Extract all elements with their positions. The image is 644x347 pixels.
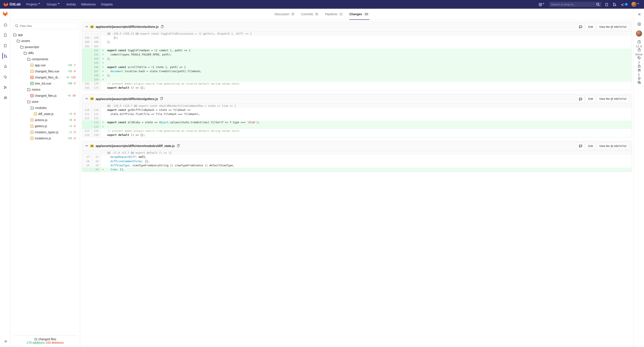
add-button[interactable] [636, 21, 642, 27]
diff-line[interactable]: 112112 [82, 116, 632, 120]
diff-line[interactable]: 20+ tree: [], [82, 168, 632, 172]
tree-folder[interactable]: diffs [13, 50, 76, 56]
diff-line[interactable]: 169+ [82, 78, 632, 82]
diff-line[interactable]: 168+}; [82, 74, 632, 78]
tree-folder[interactable]: assets [13, 38, 76, 44]
tree-folder[interactable]: components [13, 56, 76, 62]
tree-folder[interactable]: store [13, 99, 76, 105]
copy-path-button[interactable] [160, 97, 163, 101]
sidebar-stat-lock[interactable] [635, 64, 642, 68]
assignee-avatar[interactable] [636, 31, 642, 37]
diff-line[interactable]: 162+export const toggleTreeOpen = ({ com… [82, 49, 632, 53]
diff-line[interactable]: 1919 diffViewType: viewTypeFromQueryStri… [82, 164, 632, 168]
tree-file[interactable]: mutation_types.js+1 -0 [13, 129, 76, 135]
sidebar-operations[interactable] [2, 74, 8, 80]
diff-line[interactable]: 114116export default () => {}; [82, 133, 632, 137]
comment-button[interactable] [576, 96, 584, 102]
nav-item-milestones[interactable]: Milestones [79, 1, 98, 8]
tree-file[interactable]: app.vue+30 -7 [13, 62, 76, 68]
tree-file[interactable]: changed_files_dr...+0 -126 [13, 74, 76, 81]
sidebar-members[interactable] [2, 95, 8, 101]
collapse-toggle[interactable] [85, 97, 88, 101]
user-menu[interactable] [632, 2, 640, 7]
file-filter-input[interactable] [20, 24, 76, 28]
tree-file[interactable]: getters.js+2 -0 [13, 123, 76, 129]
sidebar-stat-stopwatch[interactable]: None [635, 48, 642, 56]
project-logo[interactable] [2, 11, 8, 17]
tree-file[interactable]: mutations.js+42 -0 [13, 135, 76, 141]
tree-file[interactable]: changed_files.vue+20 -8 [13, 68, 76, 74]
diff-line[interactable]: 163+ commit(types.TOGGLE_FOLDER_OPEN, pa… [82, 53, 632, 57]
sidebar-stat-clock[interactable]: 11.4 [635, 40, 642, 48]
diff-line[interactable]: 1818 diffLineCommentForms: {}, [82, 159, 632, 164]
edit-button[interactable]: Edit [586, 24, 595, 30]
diff-line[interactable]: 113+export const allBlobs = state => Obj… [82, 120, 632, 125]
diff-line[interactable]: 114+ [82, 125, 632, 129]
diff-line[interactable]: 163171export default () => {}; [82, 86, 632, 90]
merge-requests-link[interactable] [612, 2, 617, 7]
nav-item-activity[interactable]: Activity [64, 1, 78, 8]
diff-line[interactable]: ......@@ -110,5 +110,7 @@ export const s… [82, 104, 632, 108]
comment-button[interactable] [576, 143, 584, 149]
comment-button[interactable] [576, 24, 584, 30]
collapse-toggle[interactable] [85, 25, 88, 29]
copy-path-button[interactable] [176, 144, 180, 148]
sidebar-stat-bell[interactable] [635, 76, 642, 81]
sidebar-issues[interactable] [2, 42, 8, 49]
nav-item-projects[interactable]: Projects [24, 1, 44, 8]
nav-item-snippets[interactable]: Snippets [99, 1, 115, 8]
tab-discussion[interactable]: Discussion0 [275, 9, 295, 20]
nav-item-groups[interactable]: Groups [44, 1, 63, 8]
view-file-button[interactable]: View file @ b5b7e7e2 [597, 143, 629, 149]
diff-line[interactable]: ......@@ -159,5 +159,13 @@ export const … [82, 32, 632, 36]
tab-pipelines[interactable]: Pipelines1 [325, 9, 343, 20]
tree-folder[interactable]: modules [13, 105, 76, 111]
tree-file[interactable]: changed_files.js+0 -38 [13, 93, 76, 99]
sidebar-home[interactable] [2, 22, 8, 28]
tree-folder[interactable]: javascripts [13, 44, 76, 50]
view-file-button[interactable]: View file @ b5b7e7e2 [597, 24, 629, 30]
diff-line[interactable]: 160160}; [82, 40, 632, 44]
search-input[interactable] [551, 3, 596, 6]
diff-line[interactable]: 1717 mergeRequestDiff: null, [82, 155, 632, 159]
issues-link[interactable] [604, 2, 609, 7]
file-filter[interactable] [13, 23, 77, 29]
tree-folder[interactable]: mixins [13, 87, 76, 93]
new-dropdown[interactable] [538, 2, 547, 7]
tree-file[interactable]: +tree_list.vue+99 -0 [13, 81, 76, 87]
tree-file[interactable]: diff_state.js+3 -0 [13, 111, 76, 117]
view-file-button[interactable]: View file @ b5b7e7e2 [597, 96, 629, 102]
diff-line[interactable]: 111111 state.diffFiles.find(file => file… [82, 112, 632, 116]
sidebar-cicd[interactable] [2, 63, 8, 69]
copy-path-button[interactable] [160, 25, 164, 29]
tab-commits[interactable]: Commits5 [301, 9, 319, 20]
diff-line[interactable]: 165+ [82, 61, 632, 65]
sidebar-merge-requests[interactable] [2, 53, 8, 59]
sidebar-stat-clone[interactable] [635, 81, 642, 85]
sidebar-stat-group[interactable]: 6 [635, 68, 642, 76]
diff-line[interactable]: 164+}; [82, 57, 632, 61]
file-path[interactable]: app/assets/javascripts/diffs/store/modul… [96, 144, 175, 148]
sidebar-snippets[interactable] [2, 84, 8, 90]
collapse-toggle[interactable] [85, 144, 88, 148]
sidebar-stat-tag[interactable]: 3 [635, 56, 642, 64]
sidebar-expand[interactable] [636, 11, 642, 18]
edit-button[interactable]: Edit [586, 96, 595, 102]
file-path[interactable]: app/assets/javascripts/diffs/store/gette… [96, 97, 158, 101]
file-path[interactable]: app/assets/javascripts/diffs/store/actio… [96, 25, 158, 29]
todos-link[interactable]: 2 [620, 2, 629, 7]
diff-line[interactable]: ......@@ -17,4 +17,7 @@ export default (… [82, 151, 632, 155]
diff-line[interactable]: 161161 [82, 44, 632, 49]
sidebar-collapse[interactable] [2, 338, 8, 344]
diff-line[interactable]: 159159 }); [82, 36, 632, 40]
diff-line[interactable]: 110110export const getDiffFileByHash = s… [82, 108, 632, 112]
diff-line[interactable]: 166+export const scrollToFile = ({ state… [82, 65, 632, 69]
tab-changes[interactable]: Changes22 [350, 9, 369, 20]
edit-button[interactable]: Edit [586, 143, 595, 149]
diff-line[interactable]: 162170// prevent babel-plugin-rewire fro… [82, 82, 632, 86]
gitlab-logo[interactable]: GitLab [4, 2, 21, 7]
diff-line[interactable]: 167+ document.location.hash = state.tree… [82, 69, 632, 74]
tree-folder[interactable]: app [13, 32, 76, 38]
sidebar-repo[interactable] [2, 32, 8, 38]
diff-line[interactable]: 113115// prevent babel-plugin-rewire fro… [82, 129, 632, 133]
